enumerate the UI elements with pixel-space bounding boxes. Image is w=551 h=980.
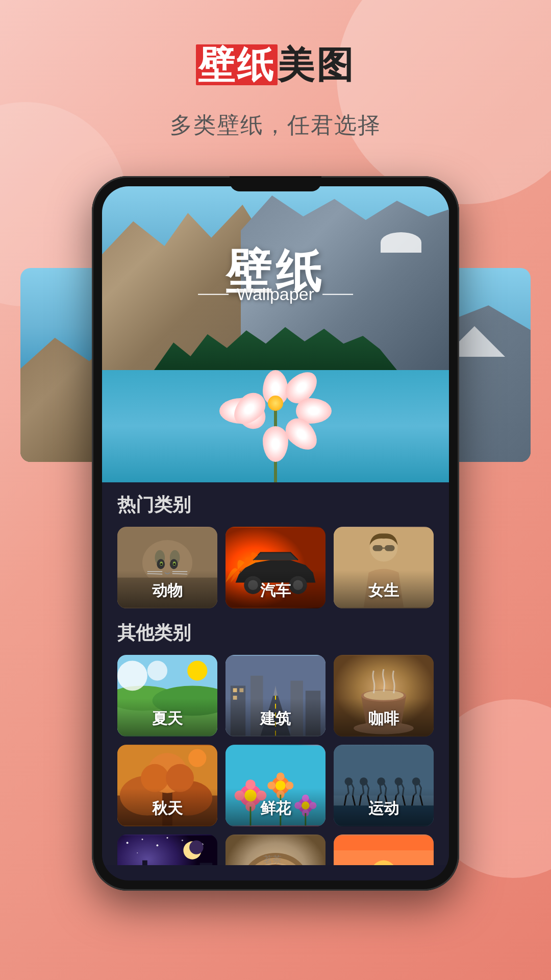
dash-left bbox=[198, 293, 229, 295]
phone-notch bbox=[230, 176, 321, 191]
svg-point-31 bbox=[187, 660, 207, 680]
animal-label: 动物 bbox=[117, 570, 217, 608]
dash-right bbox=[322, 293, 353, 295]
summer-label: 夏天 bbox=[117, 698, 217, 737]
svg-point-91 bbox=[182, 840, 183, 841]
categories-section: 热门类别 bbox=[102, 482, 449, 865]
category-tea[interactable]: 茗茶 茗茶 bbox=[226, 835, 325, 865]
hot-category-grid: 动物 bbox=[117, 527, 434, 608]
category-flowers[interactable]: 鲜花 bbox=[226, 745, 325, 826]
flower-section bbox=[102, 370, 449, 482]
svg-rect-106 bbox=[200, 863, 213, 866]
app-subtitle: 多类壁纸，任君选择 bbox=[0, 110, 551, 140]
arch-label: 建筑 bbox=[226, 698, 325, 737]
flowers-label: 鲜花 bbox=[226, 788, 325, 826]
svg-text:茗茶: 茗茶 bbox=[263, 855, 282, 865]
svg-point-90 bbox=[156, 844, 158, 846]
phone-screen: 壁纸 — Wallpaper — Wallpaper bbox=[102, 186, 449, 880]
svg-point-9 bbox=[173, 563, 176, 565]
coffee-label: 咖啡 bbox=[334, 698, 434, 737]
svg-point-65 bbox=[277, 773, 285, 781]
ocean-bg bbox=[334, 835, 434, 865]
tea-icon: 茗茶 bbox=[226, 835, 325, 865]
category-summer[interactable]: 夏天 bbox=[117, 655, 217, 737]
phone-frame: 壁纸 — Wallpaper — Wallpaper bbox=[92, 176, 459, 891]
svg-rect-41 bbox=[239, 688, 243, 692]
svg-point-89 bbox=[142, 839, 143, 840]
svg-rect-102 bbox=[142, 861, 147, 865]
other-category-title: 其他类别 bbox=[117, 621, 434, 646]
category-coffee[interactable]: 咖啡 bbox=[334, 655, 434, 737]
svg-point-8 bbox=[160, 563, 162, 565]
hero-snow-cap bbox=[381, 232, 421, 253]
category-animals[interactable]: 动物 bbox=[117, 527, 217, 608]
petal-5 bbox=[263, 426, 288, 462]
phone-mockup-wrapper: 壁纸 — Wallpaper — Wallpaper bbox=[0, 176, 551, 891]
title-highlight: 壁纸 bbox=[196, 44, 278, 85]
svg-point-88 bbox=[127, 842, 129, 844]
header: 壁纸美图 多类壁纸，任君选择 bbox=[0, 0, 551, 156]
screen-content[interactable]: 壁纸 — Wallpaper — Wallpaper bbox=[102, 186, 449, 865]
category-architecture[interactable]: 建筑 bbox=[226, 655, 325, 737]
svg-point-97 bbox=[189, 840, 203, 854]
svg-rect-40 bbox=[233, 688, 237, 692]
svg-point-33 bbox=[147, 660, 167, 680]
category-sports[interactable]: 运动 bbox=[334, 745, 434, 826]
category-night[interactable]: 夜景 bbox=[117, 835, 217, 865]
car-label: 汽车 bbox=[226, 570, 325, 608]
svg-point-56 bbox=[188, 749, 206, 767]
night-icon bbox=[117, 835, 217, 865]
night-bg bbox=[117, 835, 217, 865]
other-category-grid: 夏天 bbox=[117, 655, 434, 865]
category-cars[interactable]: 汽车 bbox=[226, 527, 325, 608]
autumn-label: 秋天 bbox=[117, 788, 217, 826]
flower-center bbox=[268, 396, 283, 411]
girl-label: 女生 bbox=[334, 570, 434, 608]
svg-point-93 bbox=[137, 852, 138, 853]
sports-label: 运动 bbox=[334, 788, 434, 826]
hero-subtitle: — Wallpaper — Wallpaper bbox=[198, 284, 353, 304]
category-ocean[interactable]: 海洋 bbox=[334, 835, 434, 865]
svg-point-32 bbox=[117, 660, 147, 691]
app-title: 壁纸美图 bbox=[0, 41, 551, 90]
category-autumn[interactable]: 秋天 bbox=[117, 745, 217, 826]
svg-point-94 bbox=[167, 837, 168, 839]
tea-bg: 茗茶 bbox=[226, 835, 325, 865]
hot-category-title: 热门类别 bbox=[117, 493, 434, 518]
category-girls[interactable]: 女生 bbox=[334, 527, 434, 608]
ocean-icon bbox=[334, 835, 434, 865]
hero-banner: 壁纸 — Wallpaper — Wallpaper bbox=[102, 186, 449, 370]
